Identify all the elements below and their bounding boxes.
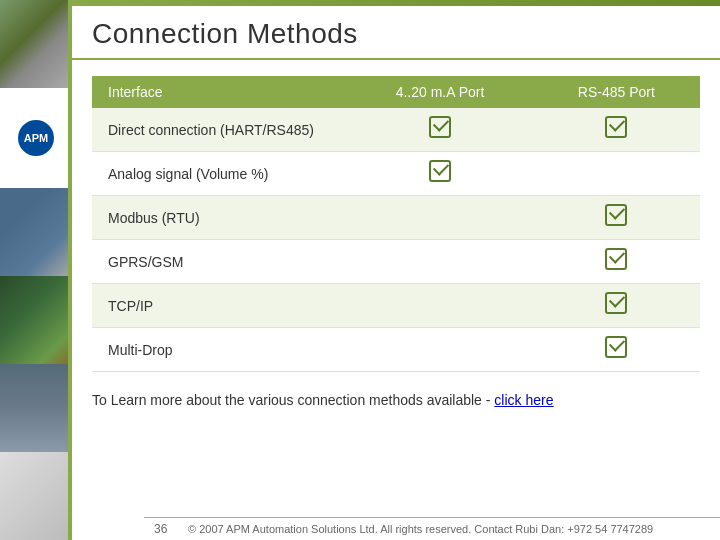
col2-check-cell — [347, 284, 532, 328]
col3-check-cell — [533, 284, 700, 328]
col2-check-cell — [347, 240, 532, 284]
sidebar-image-5 — [0, 364, 72, 452]
col3-check-cell — [533, 328, 700, 372]
connection-methods-table: Interface 4..20 m.A Port RS-485 Port Dir… — [92, 76, 700, 372]
page-number: 36 — [154, 522, 178, 536]
sidebar-image-3 — [0, 188, 72, 276]
copyright-text: © 2007 APM Automation Solutions Ltd. All… — [188, 523, 653, 535]
apm-logo-text: APM — [24, 133, 48, 144]
table-header-row: Interface 4..20 m.A Port RS-485 Port — [92, 76, 700, 108]
interface-cell: Multi-Drop — [92, 328, 347, 372]
sidebar-image-1 — [0, 0, 72, 88]
sidebar-image-6 — [0, 452, 72, 540]
table-row: Multi-Drop — [92, 328, 700, 372]
col3-check-cell — [533, 240, 700, 284]
col2-check-cell — [347, 152, 532, 196]
interface-cell: Direct connection (HART/RS485) — [92, 108, 347, 152]
col3-check-cell — [533, 196, 700, 240]
col2-check-cell — [347, 108, 532, 152]
footer-text: To Learn more about the various connecti… — [72, 382, 720, 412]
table-row: TCP/IP — [92, 284, 700, 328]
col-rs485-header: RS-485 Port — [533, 76, 700, 108]
interface-cell: Analog signal (Volume %) — [92, 152, 347, 196]
interface-cell: TCP/IP — [92, 284, 347, 328]
page-footer: 36 © 2007 APM Automation Solutions Ltd. … — [144, 517, 720, 540]
checkmark-icon — [605, 292, 627, 314]
apm-logo: APM — [0, 88, 72, 188]
page-header: Connection Methods — [72, 6, 720, 60]
col2-check-cell — [347, 196, 532, 240]
sidebar-image-4 — [0, 276, 72, 364]
interface-cell: Modbus (RTU) — [92, 196, 347, 240]
col3-check-cell — [533, 108, 700, 152]
table-row: GPRS/GSM — [92, 240, 700, 284]
interface-cell: GPRS/GSM — [92, 240, 347, 284]
main-content: Connection Methods Interface 4..20 m.A P… — [72, 0, 720, 540]
checkmark-icon — [605, 116, 627, 138]
sidebar: APM — [0, 0, 72, 540]
col-420ma-header: 4..20 m.A Port — [347, 76, 532, 108]
checkmark-icon — [605, 336, 627, 358]
checkmark-icon — [429, 160, 451, 182]
col3-check-cell — [533, 152, 700, 196]
table-row: Modbus (RTU) — [92, 196, 700, 240]
checkmark-icon — [429, 116, 451, 138]
col-interface-header: Interface — [92, 76, 347, 108]
checkmark-icon — [605, 248, 627, 270]
col2-check-cell — [347, 328, 532, 372]
table-row: Direct connection (HART/RS485) — [92, 108, 700, 152]
table-container: Interface 4..20 m.A Port RS-485 Port Dir… — [72, 60, 720, 382]
click-here-link[interactable]: click here — [494, 392, 553, 408]
table-row: Analog signal (Volume %) — [92, 152, 700, 196]
footer-prefix: To Learn more about the various connecti… — [92, 392, 490, 408]
checkmark-icon — [605, 204, 627, 226]
page-title: Connection Methods — [92, 18, 700, 50]
